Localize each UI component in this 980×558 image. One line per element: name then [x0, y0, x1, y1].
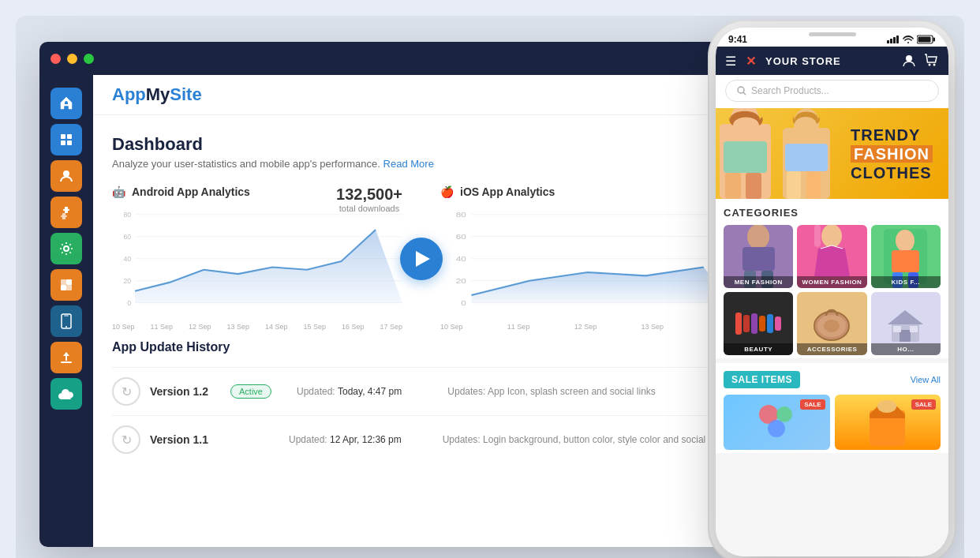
category-kids[interactable]: KIDS F... [871, 225, 941, 288]
status-bar: 9:41 [716, 28, 948, 47]
women-fashion-label: WOMEN FASHION [797, 276, 866, 288]
main-content: Dashboard Analyze your user-statistics a… [93, 115, 750, 547]
refresh-icon-1[interactable]: ↻ [112, 377, 140, 406]
svg-rect-35 [890, 39, 892, 43]
window-dot-yellow[interactable] [67, 54, 77, 64]
sidebar-icon-puzzle[interactable] [50, 197, 82, 228]
read-more-link[interactable]: Read More [383, 158, 434, 170]
svg-point-58 [747, 225, 769, 249]
refresh-icon-2[interactable]: ↻ [112, 425, 140, 454]
version-row-2: ↻ Version 1.1 Updated: 12 Apr, 12:36 pm … [112, 415, 731, 463]
update-history-title: App Update History [112, 340, 731, 354]
version-name-1: Version 1.2 [150, 385, 221, 398]
svg-point-84 [877, 400, 896, 413]
version-updates-1: Updates: App Icon, splash screen and soc… [447, 386, 731, 397]
version-updates-2: Updates: Login background, button color,… [443, 434, 731, 445]
svg-point-43 [929, 64, 931, 66]
svg-rect-6 [61, 279, 66, 285]
svg-rect-59 [742, 247, 775, 271]
category-home[interactable]: HO... [871, 292, 941, 355]
svg-rect-64 [814, 225, 821, 247]
categories-grid: MEN FASHION [724, 225, 941, 355]
accessories-label: ACCESSORIES [797, 343, 866, 355]
user-icon[interactable] [901, 53, 917, 69]
hero-banner: TRENDY FASHION CLOTHES [716, 108, 948, 199]
window-dot-green[interactable] [84, 54, 94, 64]
phone-frame: 9:41 [716, 28, 948, 556]
sidebar-icon-phone[interactable] [50, 305, 82, 337]
phone-wrapper: 9:41 [716, 28, 948, 556]
sale-item-1[interactable]: SALE [724, 395, 830, 450]
cart-icon[interactable] [923, 53, 939, 69]
kids-fashion-label: KIDS F... [871, 276, 941, 288]
category-beauty[interactable]: BEAUTY [724, 292, 793, 355]
app-logo: AppMySite [112, 84, 202, 105]
svg-text:60: 60 [456, 232, 466, 241]
sidebar-icon-settings[interactable] [50, 233, 82, 264]
svg-rect-2 [61, 140, 65, 145]
app-body: AppMySite Dashboard Analyze your user-st… [39, 75, 750, 547]
outer-wrapper: AppMySite Dashboard Analyze your user-st… [16, 16, 964, 558]
men-fashion-label: MEN FASHION [724, 276, 793, 288]
svg-rect-68 [892, 250, 919, 272]
sidebar-icon-grid[interactable] [50, 124, 82, 155]
svg-point-11 [65, 326, 67, 328]
hero-people-illustration [716, 108, 858, 199]
sidebar-icon-upload[interactable] [50, 342, 82, 373]
svg-point-45 [738, 87, 744, 93]
svg-rect-77 [900, 330, 911, 342]
sidebar-icon-home[interactable] [50, 88, 82, 119]
svg-point-81 [776, 406, 792, 422]
categories-title: CATEGORIES [724, 207, 941, 219]
sidebar-icon-puzzle2[interactable] [50, 269, 82, 301]
categories-section: CATEGORIES [716, 199, 948, 358]
hamburger-icon[interactable]: ☰ [725, 54, 736, 69]
svg-rect-40 [933, 38, 936, 42]
ios-x-labels: 10 Sep11 Sep12 Sep13 Sep14 Sep [440, 323, 731, 331]
play-button[interactable] [400, 238, 443, 280]
sidebar-icon-cloud[interactable] [50, 378, 82, 410]
sale-badge-1: SALE [800, 399, 825, 410]
svg-text:80: 80 [124, 211, 132, 219]
svg-text:80: 80 [456, 210, 466, 219]
svg-marker-76 [888, 310, 923, 324]
svg-rect-49 [724, 141, 767, 173]
category-men[interactable]: MEN FASHION [724, 225, 793, 288]
view-all-link[interactable]: View All [911, 375, 941, 384]
sidebar-icon-user[interactable] [50, 160, 82, 192]
android-chart: 80 60 40 20 0 [112, 206, 402, 332]
svg-text:40: 40 [456, 254, 466, 263]
phone-content[interactable]: TRENDY FASHION CLOTHES CATEGORIES [716, 108, 948, 556]
search-icon [737, 86, 746, 95]
sale-item-2[interactable]: SALE [835, 395, 941, 450]
category-women[interactable]: WOMEN FASHION [797, 225, 866, 288]
svg-rect-8 [61, 285, 66, 290]
svg-rect-0 [61, 134, 65, 139]
svg-text:0: 0 [127, 299, 131, 308]
category-accessories[interactable]: ACCESSORIES [797, 292, 866, 355]
status-icons [887, 35, 936, 44]
svg-rect-36 [893, 37, 896, 43]
svg-rect-78 [893, 326, 901, 332]
svg-point-42 [906, 55, 912, 62]
android-x-labels: 10 Sep11 Sep12 Sep13 Sep14 Sep15 Sep16 S… [112, 323, 402, 331]
svg-rect-37 [896, 36, 899, 43]
svg-point-38 [907, 42, 909, 43]
svg-rect-41 [918, 37, 931, 43]
svg-rect-79 [910, 326, 918, 332]
svg-rect-7 [66, 279, 72, 285]
search-bar[interactable]: Search Products... [725, 80, 939, 102]
svg-text:20: 20 [124, 277, 132, 286]
home-label: HO... [871, 343, 941, 355]
version-row-1: ↻ Version 1.2 Active Updated: Today, 4:4… [112, 367, 731, 415]
svg-line-46 [743, 92, 746, 95]
android-analytics-panel: 🤖 Android App Analytics 132,500+ total d… [112, 185, 402, 332]
sale-items-row: SALE SALE [724, 395, 941, 450]
svg-text:20: 20 [456, 276, 466, 285]
sale-header: SALE ITEMS View All [724, 371, 941, 388]
active-badge: Active [230, 384, 271, 399]
ios-icon: 🍎 [440, 185, 454, 198]
ios-analytics-panel: 🍎 iOS App Analytics [440, 185, 731, 332]
version-updated-2: Updated: 12 Apr, 12:36 pm [289, 434, 433, 445]
window-dot-red[interactable] [50, 54, 61, 64]
